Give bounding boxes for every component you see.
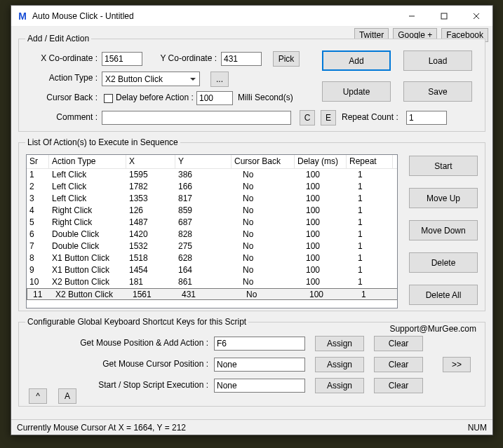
list-group: List Of Action(s) to Execute in Sequence… bbox=[18, 137, 485, 311]
update-button[interactable]: Update bbox=[322, 81, 391, 102]
app-logo-icon: M bbox=[17, 11, 28, 22]
col-type[interactable]: Action Type bbox=[49, 155, 126, 168]
maximize-button[interactable] bbox=[428, 6, 460, 27]
shortcuts-legend: Configurable Global Keyboard Shortcut Ke… bbox=[25, 317, 248, 327]
x-coord-label: X Co-ordinate : bbox=[27, 53, 98, 63]
action-type-select[interactable]: X2 Button Click bbox=[102, 72, 200, 86]
minimize-button[interactable] bbox=[396, 6, 428, 27]
pick-button[interactable]: Pick bbox=[273, 51, 300, 67]
sc-row1-label: Get Mouse Position & Add Action : bbox=[47, 338, 208, 348]
repeat-count-input[interactable] bbox=[406, 111, 447, 125]
actions-listview[interactable]: SrAction TypeXYCursor BackDelay (ms)Repe… bbox=[26, 154, 398, 308]
sc-row2-label: Get Mouse Cursor Position : bbox=[47, 359, 208, 369]
col-delay[interactable]: Delay (ms) bbox=[295, 155, 347, 168]
comment-label: Comment : bbox=[27, 112, 98, 122]
repeat-count-label: Repeat Count : bbox=[342, 112, 406, 122]
col-repeat[interactable]: Repeat bbox=[347, 155, 393, 168]
add-edit-group: Add / Edit Action X Co-ordinate : Y Co-o… bbox=[18, 34, 485, 132]
table-row[interactable]: 6Double Click1420828No1001 bbox=[27, 229, 397, 240]
comment-input[interactable] bbox=[102, 111, 291, 125]
app-window: M Auto Mouse Click - Untitled Twitter Go… bbox=[11, 5, 493, 435]
action-type-label: Action Type : bbox=[27, 73, 98, 83]
col-cursor[interactable]: Cursor Back bbox=[232, 155, 295, 168]
x-coord-input[interactable] bbox=[102, 52, 142, 66]
add-edit-legend: Add / Edit Action bbox=[25, 34, 91, 43]
delay-before-input[interactable] bbox=[196, 91, 233, 105]
list-legend: List Of Action(s) to Execute in Sequence bbox=[25, 137, 180, 147]
caret-button[interactable]: ^ bbox=[29, 388, 47, 404]
support-link[interactable]: Support@MurGee.com bbox=[389, 324, 476, 334]
sc-row3-input[interactable] bbox=[214, 379, 305, 393]
status-left: Currently Mouse Cursor At X = 1664, Y = … bbox=[17, 423, 186, 433]
moveup-button[interactable]: Move Up bbox=[409, 188, 478, 208]
cursor-back-label: Cursor Back : bbox=[27, 93, 98, 102]
c-button[interactable]: C bbox=[300, 110, 315, 125]
titlebar[interactable]: M Auto Mouse Click - Untitled bbox=[11, 6, 492, 27]
delay-before-label: Delay before Action : bbox=[116, 93, 200, 102]
svg-rect-1 bbox=[441, 13, 447, 19]
col-x[interactable]: X bbox=[126, 155, 175, 168]
action-type-value: X2 Button Click bbox=[105, 74, 163, 84]
sc-row1-clear[interactable]: Clear bbox=[374, 336, 423, 351]
sc-row3-assign[interactable]: Assign bbox=[315, 378, 364, 393]
window-title: Auto Mouse Click - Untitled bbox=[32, 11, 396, 21]
table-row[interactable]: 9X1 Button Click1454164No1001 bbox=[27, 264, 397, 276]
start-button[interactable]: Start bbox=[409, 156, 478, 176]
sc-more-button[interactable]: >> bbox=[443, 357, 471, 372]
movedown-button[interactable]: Move Down bbox=[409, 220, 478, 240]
add-button[interactable]: Add bbox=[322, 50, 391, 71]
deleteall-button[interactable]: Delete All bbox=[409, 285, 478, 305]
table-row[interactable]: 11X2 Button Click1561431No1001 bbox=[27, 288, 398, 300]
table-row[interactable]: 8X1 Button Click1518628No1001 bbox=[27, 252, 397, 264]
table-row[interactable]: 4Right Click126859No1001 bbox=[27, 205, 397, 217]
table-row[interactable]: 3Left Click1353817No1001 bbox=[27, 193, 397, 205]
sc-row2-assign[interactable]: Assign bbox=[315, 357, 364, 372]
action-type-more-button[interactable]: ... bbox=[210, 72, 229, 87]
sc-row1-input[interactable] bbox=[214, 337, 305, 351]
save-button[interactable]: Save bbox=[403, 81, 472, 102]
status-right: NUM bbox=[468, 423, 487, 433]
cursor-back-checkbox[interactable] bbox=[104, 94, 113, 103]
milli-label: Milli Second(s) bbox=[238, 93, 301, 102]
table-row[interactable]: 10X2 Button Click181861No1001 bbox=[27, 276, 397, 288]
y-coord-label: Y Co-ordinate : bbox=[147, 53, 217, 63]
load-button[interactable]: Load bbox=[403, 50, 472, 71]
client-area: Twitter Google + Facebook Add / Edit Act… bbox=[11, 27, 492, 419]
close-button[interactable] bbox=[460, 6, 492, 27]
statusbar: Currently Mouse Cursor At X = 1664, Y = … bbox=[11, 419, 492, 435]
delete-button[interactable]: Delete bbox=[409, 252, 478, 273]
table-row[interactable]: 1Left Click1595386No1001 bbox=[27, 169, 397, 181]
sc-row2-clear[interactable]: Clear bbox=[374, 357, 423, 372]
sc-row3-clear[interactable]: Clear bbox=[374, 378, 423, 393]
table-row[interactable]: 5Right Click1487687No1001 bbox=[27, 217, 397, 229]
a-button[interactable]: A bbox=[58, 388, 76, 404]
col-sr[interactable]: Sr bbox=[27, 155, 49, 168]
y-coord-input[interactable] bbox=[221, 52, 262, 66]
col-y[interactable]: Y bbox=[175, 155, 232, 168]
shortcuts-group: Configurable Global Keyboard Shortcut Ke… bbox=[18, 317, 485, 407]
table-row[interactable]: 2Left Click1782166No1001 bbox=[27, 181, 397, 193]
sc-row2-input[interactable] bbox=[214, 358, 305, 372]
e-button[interactable]: E bbox=[321, 110, 336, 125]
sc-row1-assign[interactable]: Assign bbox=[315, 336, 364, 351]
table-row[interactable]: 7Double Click1532275No1001 bbox=[27, 240, 397, 252]
